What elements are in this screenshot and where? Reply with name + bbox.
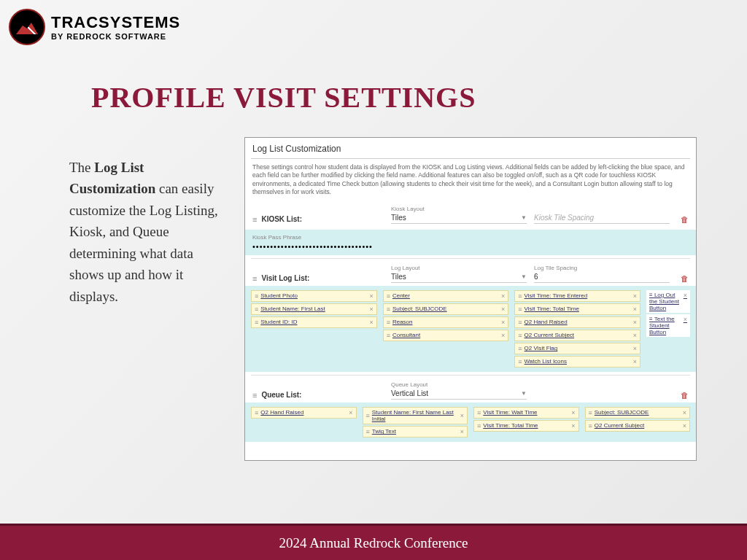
log-layout-label: Log Layout bbox=[391, 265, 527, 271]
queue-label-text: Queue List: bbox=[261, 391, 301, 399]
kiosk-layout-field[interactable]: Kiosk Layout Tiles▼ bbox=[391, 206, 527, 224]
queue-layout-field[interactable]: Queue Layout Vertical List▼ bbox=[391, 381, 527, 400]
chip-column: ≡Visit Time: Time Entered×≡Visit Time: T… bbox=[514, 290, 640, 368]
body-paragraph: The Log List Customization can easily cu… bbox=[69, 157, 230, 307]
visitlog-section-row: ≡ Visit Log List: Log Layout Tiles▼ Log … bbox=[245, 262, 696, 286]
field-chip[interactable]: ≡Q2 Hand Raised× bbox=[514, 316, 640, 328]
queue-layout-label: Queue Layout bbox=[391, 381, 527, 388]
log-spacing-field[interactable]: Log Tile Spacing 6 bbox=[534, 265, 670, 283]
drag-icon: ≡ bbox=[252, 274, 257, 283]
field-chip[interactable]: ≡Q2 Hand Raised× bbox=[251, 407, 357, 419]
divider bbox=[251, 158, 690, 159]
field-chip[interactable]: ≡Q2 Visit Flag× bbox=[514, 343, 640, 354]
field-chip[interactable]: ≡Q2 Current Subject× bbox=[585, 420, 691, 432]
chip-column: ≡Student Name: First Name Last Initial×≡… bbox=[363, 407, 468, 438]
chip-column: ≡Q2 Hand Raised× bbox=[251, 407, 357, 419]
log-spacing-value: 6 bbox=[534, 273, 670, 283]
chip-column: ≡ Log Out the Student Button×≡ Text the … bbox=[646, 290, 690, 337]
kiosk-spacing-field[interactable]: Kiosk Tile Spacing bbox=[534, 214, 670, 224]
chip-column: ≡Center×≡Subject: SUBJCODE×≡Reason×≡Cons… bbox=[383, 290, 509, 341]
kiosk-layout-label: Kiosk Layout bbox=[391, 206, 527, 212]
field-chip[interactable]: ≡Visit Time: Total Time× bbox=[514, 303, 640, 315]
kiosk-spacing-placeholder: Kiosk Tile Spacing bbox=[534, 214, 670, 224]
field-chip[interactable]: ≡Student Photo× bbox=[251, 290, 377, 302]
logo-sub-text: BY REDROCK SOFTWARE bbox=[51, 32, 180, 41]
field-chip[interactable]: ≡Visit Time: Total Time× bbox=[473, 420, 579, 432]
visitlog-chips-area[interactable]: ≡Student Photo×≡Student Name: First Last… bbox=[245, 286, 696, 372]
log-layout-value: Tiles bbox=[391, 273, 406, 281]
kiosk-list-label[interactable]: ≡ KIOSK List: bbox=[252, 215, 384, 224]
field-chip[interactable]: ≡Visit Time: Wait Time× bbox=[473, 407, 579, 419]
logo-area: TRACSYSTEMS BY REDROCK SOFTWARE bbox=[9, 9, 180, 45]
field-chip[interactable]: ≡Student Name: First Last× bbox=[251, 303, 377, 315]
field-chip[interactable]: ≡Student Name: First Name Last Initial× bbox=[363, 407, 468, 424]
kiosk-layout-value: Tiles bbox=[391, 214, 406, 222]
field-chip[interactable]: ≡Student ID: ID× bbox=[251, 316, 377, 328]
field-chip[interactable]: ≡Consultant× bbox=[383, 330, 509, 341]
logo-icon bbox=[9, 9, 45, 45]
logo-main-text: TRACSYSTEMS bbox=[51, 13, 180, 32]
field-chip[interactable]: ≡Subject: SUBJCODE× bbox=[585, 407, 691, 419]
log-layout-field[interactable]: Log Layout Tiles▼ bbox=[391, 265, 527, 283]
drag-icon: ≡ bbox=[252, 215, 257, 224]
trash-icon[interactable]: 🗑 bbox=[677, 215, 689, 224]
field-chip[interactable]: ≡Watch List Icons× bbox=[514, 356, 640, 368]
chip-column: ≡Subject: SUBJCODE×≡Q2 Current Subject× bbox=[585, 407, 691, 432]
passphrase-label: Kiosk Pass Phrase bbox=[252, 234, 689, 241]
field-chip[interactable]: ≡Visit Time: Time Entered× bbox=[514, 290, 640, 302]
field-chip[interactable]: ≡Q2 Current Subject× bbox=[514, 330, 640, 341]
kiosk-label-text: KIOSK List: bbox=[261, 215, 302, 223]
passphrase-band: Kiosk Pass Phrase ••••••••••••••••••••••… bbox=[245, 230, 696, 255]
visitlog-list-label[interactable]: ≡ Visit Log List: bbox=[252, 274, 384, 283]
trash-icon[interactable]: 🗑 bbox=[677, 391, 689, 400]
drag-icon: ≡ bbox=[252, 391, 257, 400]
passphrase-value[interactable]: •••••••••••••••••••••••••••••••••• bbox=[252, 242, 689, 251]
log-spacing-label: Log Tile Spacing bbox=[534, 265, 670, 271]
divider bbox=[251, 258, 690, 259]
page-title: PROFILE VISIT SETTINGS bbox=[91, 80, 476, 114]
queue-section-row: ≡ Queue List: Queue Layout Vertical List… bbox=[245, 378, 696, 402]
chip-column: ≡Student Photo×≡Student Name: First Last… bbox=[251, 290, 377, 328]
body-post: can easily customize the Log Listing, Ki… bbox=[69, 181, 218, 303]
footer-bar: 2024 Annual Redrock Conference bbox=[0, 524, 747, 560]
panel-title: Log List Customization bbox=[245, 138, 696, 158]
footer-text: 2024 Annual Redrock Conference bbox=[279, 535, 468, 551]
chevron-down-icon: ▼ bbox=[521, 273, 527, 280]
chevron-down-icon: ▼ bbox=[521, 214, 527, 221]
panel-description: These settings control how student data … bbox=[245, 163, 696, 203]
field-chip[interactable]: ≡Center× bbox=[383, 290, 509, 302]
field-chip[interactable]: ≡Reason× bbox=[383, 316, 509, 328]
kiosk-section-row: ≡ KIOSK List: Kiosk Layout Tiles▼ Kiosk … bbox=[245, 203, 696, 227]
queue-layout-value: Vertical List bbox=[391, 389, 428, 397]
queue-chips-area[interactable]: ≡Q2 Hand Raised× ≡Student Name: First Na… bbox=[245, 402, 696, 442]
field-chip[interactable]: ≡Subject: SUBJCODE× bbox=[383, 303, 509, 315]
chip-column: ≡Visit Time: Wait Time×≡Visit Time: Tota… bbox=[473, 407, 579, 432]
field-chip[interactable]: ≡Twig Text× bbox=[363, 426, 468, 438]
divider bbox=[251, 375, 690, 376]
queue-list-label[interactable]: ≡ Queue List: bbox=[252, 391, 384, 400]
chevron-down-icon: ▼ bbox=[521, 390, 527, 397]
body-pre: The bbox=[69, 160, 94, 175]
trash-icon[interactable]: 🗑 bbox=[677, 274, 689, 283]
visitlog-label-text: Visit Log List: bbox=[261, 274, 309, 282]
field-chip[interactable]: ≡ Text the Student Button× bbox=[646, 314, 690, 337]
field-chip[interactable]: ≡ Log Out the Student Button× bbox=[646, 290, 690, 313]
settings-panel: Log List Customization These settings co… bbox=[244, 137, 697, 461]
